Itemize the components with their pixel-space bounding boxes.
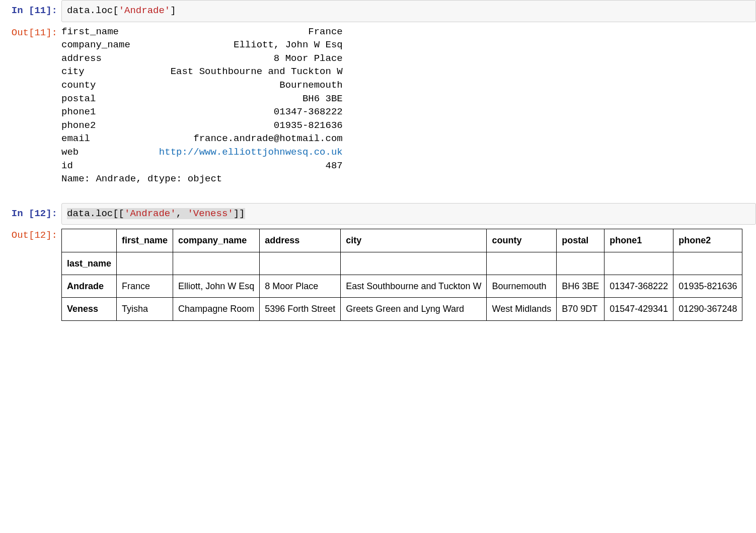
cell-11-output: Out[11]: first_name France company_name … bbox=[0, 22, 756, 191]
column-header: phone1 bbox=[604, 229, 673, 252]
table-cell: 01547-429341 bbox=[604, 298, 673, 320]
column-header: county bbox=[487, 229, 557, 252]
table-cell: 5396 Forth Street bbox=[260, 298, 341, 320]
code-input-12[interactable]: data.loc[['Andrade', 'Veness']] bbox=[61, 203, 756, 225]
table-cell: Elliott, John W Esq bbox=[173, 275, 260, 298]
code-string: 'Andrade' bbox=[119, 5, 171, 16]
prompt-in-12: In [12]: bbox=[0, 203, 61, 220]
column-header: city bbox=[341, 229, 487, 252]
column-header: phone2 bbox=[673, 229, 742, 252]
row-index: Andrade bbox=[62, 275, 117, 298]
blank-header bbox=[604, 252, 673, 275]
blank-header bbox=[117, 252, 173, 275]
row-index: Veness bbox=[62, 298, 117, 320]
table-cell: France bbox=[117, 275, 173, 298]
table-cell: East Southbourne and Tuckton W bbox=[341, 275, 487, 298]
cell-11-input: In [11]: data.loc['Andrade'] bbox=[0, 0, 756, 22]
table-index-header-row: last_name bbox=[62, 252, 742, 275]
blank-header bbox=[341, 252, 487, 275]
prompt-out-12: Out[12]: bbox=[0, 225, 61, 242]
table-cell: 01347-368222 bbox=[604, 275, 673, 298]
index-name: last_name bbox=[62, 252, 117, 275]
blank-header bbox=[673, 252, 742, 275]
code-text: data.loc[[ bbox=[67, 208, 124, 219]
column-header: company_name bbox=[173, 229, 260, 252]
blank-header bbox=[260, 252, 341, 275]
code-text: ] bbox=[170, 5, 176, 16]
code-input-11[interactable]: data.loc['Andrade'] bbox=[61, 0, 756, 22]
series-output: first_name France company_name Elliott, … bbox=[61, 22, 756, 191]
dataframe-output: first_namecompany_nameaddresscitycountyp… bbox=[61, 225, 756, 325]
code-string: 'Andrade' bbox=[124, 208, 176, 219]
table-cell: BH6 3BE bbox=[557, 275, 604, 298]
column-header: postal bbox=[557, 229, 604, 252]
cell-12-output: Out[12]: first_namecompany_nameaddressci… bbox=[0, 225, 756, 325]
table-cell: Greets Green and Lyng Ward bbox=[341, 298, 487, 320]
blank-header bbox=[173, 252, 260, 275]
code-text: , bbox=[176, 208, 188, 219]
table-header-row: first_namecompany_nameaddresscitycountyp… bbox=[62, 229, 742, 252]
blank-header bbox=[487, 252, 557, 275]
table-cell: Champagne Room bbox=[173, 298, 260, 320]
table-cell: Bournemouth bbox=[487, 275, 557, 298]
prompt-out-11: Out[11]: bbox=[0, 22, 61, 39]
table-corner bbox=[62, 229, 117, 252]
table-row: AndradeFranceElliott, John W Esq8 Moor P… bbox=[62, 275, 742, 298]
prompt-in-11: In [11]: bbox=[0, 0, 61, 17]
code-text: data.loc[ bbox=[67, 5, 119, 16]
blank-header bbox=[557, 252, 604, 275]
code-text: ]] bbox=[234, 208, 245, 219]
column-header: address bbox=[260, 229, 341, 252]
dataframe-table: first_namecompany_nameaddresscitycountyp… bbox=[61, 229, 742, 320]
column-header: first_name bbox=[117, 229, 173, 252]
table-cell: 01935-821636 bbox=[673, 275, 742, 298]
code-string: 'Veness' bbox=[187, 208, 233, 219]
table-row: VenessTyishaChampagne Room5396 Forth Str… bbox=[62, 298, 742, 320]
table-cell: 01290-367248 bbox=[673, 298, 742, 320]
cell-12-input: In [12]: data.loc[['Andrade', 'Veness']] bbox=[0, 203, 756, 225]
table-cell: West Midlands bbox=[487, 298, 557, 320]
table-cell: Tyisha bbox=[117, 298, 173, 320]
table-cell: B70 9DT bbox=[557, 298, 604, 320]
table-cell: 8 Moor Place bbox=[260, 275, 341, 298]
